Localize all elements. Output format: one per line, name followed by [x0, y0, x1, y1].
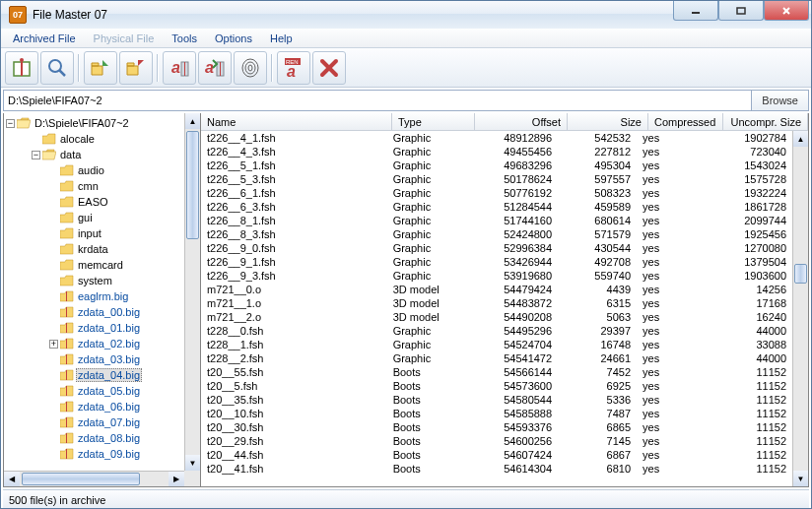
- tree-root[interactable]: − D:\Spiele\FIFA07~2: [6, 115, 200, 131]
- path-input[interactable]: [4, 91, 751, 110]
- tree-item[interactable]: −data: [6, 147, 200, 162]
- tree-item[interactable]: audio: [6, 162, 200, 178]
- scroll-up-arrow[interactable]: ▲: [185, 113, 200, 129]
- scroll-down-arrow[interactable]: ▼: [793, 471, 808, 486]
- minimize-button[interactable]: [673, 1, 718, 21]
- list-row[interactable]: t226__6_1.fshGraphic50776192508323yes193…: [201, 186, 792, 200]
- tree-item[interactable]: zdata_01.big: [6, 320, 200, 336]
- tree-item[interactable]: zdata_04.big: [6, 367, 200, 383]
- scroll-right-arrow[interactable]: ▶: [169, 472, 184, 486]
- tree-item[interactable]: alocale: [6, 131, 200, 147]
- menu-options[interactable]: Options: [207, 31, 260, 46]
- column-type[interactable]: Type: [392, 113, 475, 131]
- tree-vertical-scrollbar[interactable]: ▲ ▼: [184, 113, 200, 471]
- scroll-up-arrow[interactable]: ▲: [793, 131, 808, 147]
- tool-rebuild-with[interactable]: a: [163, 51, 196, 85]
- browse-button[interactable]: Browse: [751, 91, 808, 110]
- tree-item[interactable]: zdata_06.big: [6, 399, 200, 414]
- menu-physical-file[interactable]: Physical File: [86, 31, 163, 46]
- list-row[interactable]: t20__30.fshBoots545933766865yes11152: [201, 420, 792, 434]
- scroll-thumb[interactable]: [186, 131, 199, 239]
- tool-import[interactable]: [84, 51, 117, 85]
- list-row[interactable]: t226__6_3.fshGraphic51284544459589yes186…: [201, 200, 792, 214]
- scroll-thumb[interactable]: [794, 264, 807, 284]
- column-compressed[interactable]: Compressed: [648, 113, 723, 131]
- close-button[interactable]: [764, 1, 809, 21]
- list-row[interactable]: t226__9_3.fshGraphic53919680559740yes190…: [201, 269, 792, 283]
- column-offset[interactable]: Offset: [475, 113, 568, 131]
- tree-item[interactable]: zdata_07.big: [6, 414, 200, 430]
- cell-type: Graphic: [387, 228, 468, 240]
- column-size[interactable]: Size: [568, 113, 648, 131]
- list-row[interactable]: t226__5_3.fshGraphic50178624597557yes157…: [201, 172, 792, 186]
- list-row[interactable]: t20__55.fshBoots545661447452yes11152: [201, 365, 792, 379]
- list-row[interactable]: t20__35.fshBoots545805445336yes11152: [201, 393, 792, 407]
- tree-item[interactable]: zdata_03.big: [6, 351, 200, 367]
- list-row[interactable]: t226__5_1.fshGraphic49683296495304yes154…: [201, 159, 792, 172]
- list-row[interactable]: t20__29.fshBoots546002567145yes11152: [201, 434, 792, 448]
- tree-item[interactable]: gui: [6, 210, 200, 225]
- list-row[interactable]: t226__4_1.fshGraphic48912896542532yes190…: [201, 131, 792, 145]
- list-row[interactable]: t226__9_0.fshGraphic52996384430544yes127…: [201, 241, 792, 255]
- list-row[interactable]: t228__0.fshGraphic5449529629397yes44000: [201, 324, 792, 338]
- menu-help[interactable]: Help: [262, 31, 301, 46]
- column-uncompressed-size[interactable]: Uncompr. Size: [723, 113, 808, 131]
- tool-export[interactable]: [119, 51, 153, 85]
- cell-type: 3D model: [387, 297, 468, 309]
- tree-horizontal-scrollbar[interactable]: ◀ ▶: [4, 471, 184, 486]
- tree-item[interactable]: cmn: [6, 178, 200, 194]
- tree-item[interactable]: krdata: [6, 241, 200, 257]
- tree-item[interactable]: EASO: [6, 194, 200, 210]
- list-row[interactable]: m721__2.o3D model544902085063yes16240: [201, 310, 792, 324]
- list-row[interactable]: t20__44.fshBoots546074246867yes11152: [201, 448, 792, 462]
- tree-item[interactable]: input: [6, 225, 200, 241]
- tool-new-archive[interactable]: [5, 51, 38, 85]
- tool-fingerprint[interactable]: [234, 51, 267, 85]
- tree-item[interactable]: eaglrm.big: [6, 288, 200, 304]
- cell-type: Graphic: [387, 352, 468, 364]
- list-row[interactable]: t226__4_3.fshGraphic49455456227812yes723…: [201, 145, 792, 159]
- tree-item[interactable]: zdata_08.big: [6, 430, 200, 446]
- tree-item[interactable]: system: [6, 273, 200, 288]
- list-row[interactable]: t228__1.fshGraphic5452470416748yes33088: [201, 338, 792, 351]
- column-name[interactable]: Name: [201, 113, 392, 131]
- list-row[interactable]: t20__10.fshBoots545858887487yes11152: [201, 407, 792, 420]
- cell-compressed: yes: [637, 228, 710, 240]
- tree-item[interactable]: zdata_09.big: [6, 446, 200, 462]
- expand-icon[interactable]: +: [49, 340, 58, 349]
- tree-item[interactable]: zdata_00.big: [6, 304, 200, 320]
- expand-icon[interactable]: −: [32, 151, 40, 159]
- tool-compress[interactable]: a: [198, 51, 232, 85]
- cell-offset: 50776192: [468, 187, 559, 199]
- maximize-button[interactable]: [718, 1, 764, 21]
- cell-compressed: yes: [637, 394, 710, 406]
- list-row[interactable]: t228__2.fshGraphic5454147224661yes44000: [201, 351, 792, 365]
- cell-name: t226__5_3.fsh: [201, 173, 387, 185]
- tool-search[interactable]: [40, 51, 74, 85]
- list-row[interactable]: t226__8_3.fshGraphic52424800571579yes192…: [201, 227, 792, 241]
- list-row[interactable]: t226__9_1.fshGraphic53426944492708yes137…: [201, 255, 792, 269]
- cell-size: 6867: [558, 449, 637, 461]
- scroll-thumb[interactable]: [22, 473, 140, 485]
- tree-item[interactable]: memcard: [6, 257, 200, 273]
- list-row[interactable]: t226__8_1.fshGraphic51744160680614yes209…: [201, 214, 792, 227]
- cell-size: 559740: [558, 270, 637, 282]
- folder-icon: [60, 196, 74, 208]
- tree-item[interactable]: +zdata_02.big: [6, 336, 200, 351]
- tool-rename[interactable]: RENa: [277, 51, 310, 85]
- archive-file-icon: [60, 401, 74, 413]
- list-vertical-scrollbar[interactable]: ▲ ▼: [792, 131, 808, 486]
- cell-size: 680614: [558, 215, 637, 226]
- archive-file-icon: [60, 353, 74, 365]
- scroll-left-arrow[interactable]: ◀: [4, 472, 20, 486]
- list-row[interactable]: m721__1.o3D model544838726315yes17168: [201, 296, 792, 310]
- menu-tools[interactable]: Tools: [164, 31, 205, 46]
- list-row[interactable]: t20__5.fshBoots545736006925yes11152: [201, 379, 792, 393]
- list-row[interactable]: t20__41.fshBoots546143046810yes11152: [201, 462, 792, 476]
- scroll-down-arrow[interactable]: ▼: [185, 455, 200, 471]
- collapse-icon[interactable]: −: [6, 119, 15, 128]
- tree-item[interactable]: zdata_05.big: [6, 383, 200, 399]
- tool-delete[interactable]: [312, 51, 346, 85]
- menu-archived-file[interactable]: Archived File: [5, 31, 84, 46]
- list-row[interactable]: m721__0.o3D model544794244439yes14256: [201, 283, 792, 296]
